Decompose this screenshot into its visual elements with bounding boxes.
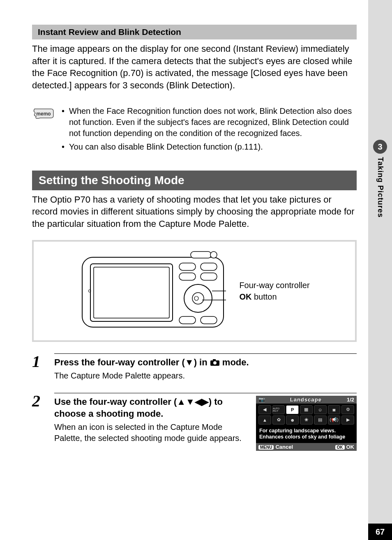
chapter-title-vertical: Taking Pictures (376, 157, 385, 218)
label-four-way-controller: Four-way controller (239, 279, 309, 291)
nav-right-icon: ▶ (341, 415, 354, 425)
lcd-cancel: MENUCancel (258, 444, 293, 450)
mode-icon: ❀ (300, 415, 313, 425)
section-heading-shooting-mode: Setting the Shooting Mode (32, 171, 357, 190)
subheading-instant-review: Instant Review and Blink Detection (32, 25, 357, 39)
step-2: 2 Use the four-way controller (▲▼◀▶) to … (32, 393, 357, 451)
mode-icon: ☻ (286, 415, 299, 425)
step-number: 1 (32, 353, 47, 381)
mode-icon: (📢) (328, 415, 341, 425)
lcd-page-indicator: 1/2 (347, 397, 354, 403)
svg-rect-6 (201, 263, 217, 270)
step-2-title: Use the four-way controller (▲▼◀▶) to ch… (54, 396, 247, 420)
right-rail (368, 0, 392, 540)
mode-icon: ◙ (328, 405, 341, 414)
label-ok-button: OK button (239, 291, 309, 302)
lcd-mode-title: Landscape (290, 397, 322, 403)
mode-icon: ☺ (314, 405, 327, 414)
memo-item: You can also disable Blink Detection fun… (62, 141, 357, 152)
lcd-header: 📷 Landscape 1/2 (256, 396, 357, 404)
lcd-ok: OKOK (335, 444, 355, 450)
svg-rect-8 (201, 273, 217, 280)
page-number: 67 (368, 524, 392, 540)
memo-icon: memo (32, 106, 55, 155)
lcd-footer: MENUCancel OKOK (256, 443, 357, 451)
svg-rect-5 (179, 263, 196, 270)
step-number: 2 (32, 393, 47, 451)
lcd-mode-grid: ◀ AUTO PICT P ▦ ☺ ◙ ⚙ ▲ ✿ ☻ ❀ ▤ (256, 404, 357, 426)
camera-status-icon: 📷 (258, 397, 265, 403)
paragraph-instant-review: The image appears on the display for one… (32, 43, 357, 92)
step-2-desc: When an icon is selected in the Capture … (54, 422, 247, 444)
svg-point-11 (194, 296, 198, 300)
svg-rect-13 (201, 316, 217, 324)
camera-diagram-frame: Four-way controller OK button (32, 240, 357, 342)
mode-landscape: ▲ (258, 415, 271, 425)
nav-left-icon: ◀ (258, 405, 271, 414)
diagram-labels: Four-way controller OK button (239, 279, 309, 302)
step-1: 1 Press the four-way controller (▼) in m… (32, 353, 357, 381)
mode-auto-pict: AUTO PICT (272, 405, 285, 414)
svg-rect-7 (179, 273, 196, 280)
mode-icon: ✿ (272, 415, 285, 425)
lcd-capture-mode-palette: 📷 Landscape 1/2 ◀ AUTO PICT P ▦ ☺ ◙ ⚙ (256, 396, 357, 451)
svg-rect-12 (179, 316, 196, 324)
svg-rect-14 (191, 252, 211, 258)
memo-item: When the Face Recognition function does … (62, 106, 357, 139)
memo-list: When the Face Recognition function does … (62, 106, 357, 155)
memo-block: memo When the Face Recognition function … (32, 106, 357, 155)
svg-point-15 (210, 252, 217, 258)
camera-mode-icon (210, 359, 220, 366)
svg-text:memo: memo (36, 111, 51, 117)
svg-point-20 (213, 361, 217, 365)
step-1-title: Press the four-way controller (▼) in mod… (54, 356, 357, 369)
step-1-desc: The Capture Mode Palette appears. (54, 370, 357, 381)
manual-page: 3 Taking Pictures 67 Instant Review and … (0, 0, 392, 540)
mode-icon: ⚙ (341, 405, 354, 414)
mode-icon: ▤ (314, 415, 327, 425)
mode-program: P (286, 405, 299, 414)
mode-icon: ▦ (300, 405, 313, 414)
svg-rect-3 (94, 267, 169, 318)
chapter-side-tab: 3 Taking Pictures (370, 140, 390, 218)
chapter-number-badge: 3 (373, 140, 387, 154)
page-content: Instant Review and Blink Detection The i… (32, 25, 357, 451)
svg-rect-19 (213, 359, 216, 361)
lcd-mode-description: For capturing landscape views. Enhances … (256, 426, 357, 443)
paragraph-shooting-mode: The Optio P70 has a variety of shooting … (32, 194, 357, 230)
camera-back-illustration (79, 250, 227, 332)
